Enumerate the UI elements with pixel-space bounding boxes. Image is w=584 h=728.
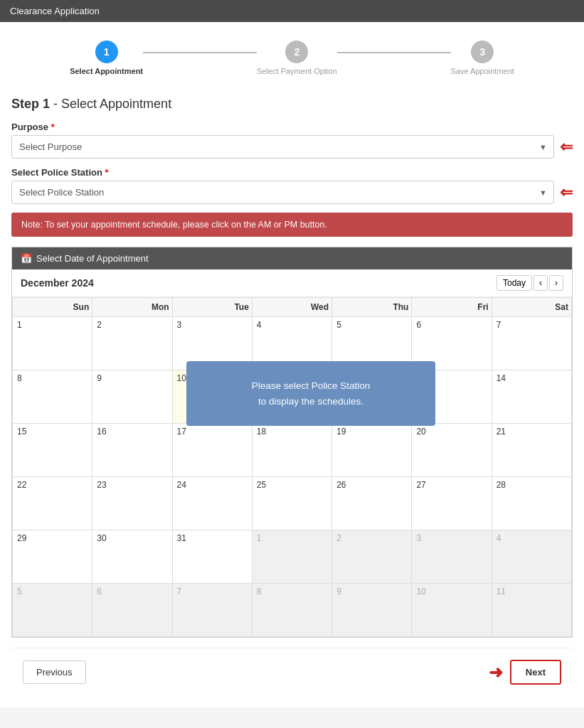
calendar-nav-row: December 2024 Today ‹ › [12, 269, 572, 297]
month-year-title: December 2024 [21, 277, 94, 289]
day-number: 3 [416, 533, 421, 543]
purpose-arrow-icon: ⇐ [560, 138, 573, 156]
day-number: 20 [416, 427, 425, 437]
calendar-cell[interactable]: 11 [492, 584, 571, 637]
bottom-nav: Previous ➜ Next [11, 648, 573, 696]
next-month-button[interactable]: › [549, 275, 563, 291]
day-number: 4 [257, 320, 262, 330]
calendar-cell[interactable]: 2 [332, 530, 412, 584]
day-number: 16 [97, 427, 106, 437]
calendar-cell[interactable]: 22 [13, 477, 92, 530]
calendar-controls: Today ‹ › [497, 275, 563, 291]
day-number: 14 [497, 373, 506, 383]
calendar-cell[interactable]: 19 [332, 424, 412, 477]
day-number: 10 [177, 373, 186, 383]
calendar-week-6: 567891011 [13, 584, 572, 637]
calendar-cell[interactable]: 23 [92, 477, 172, 530]
calendar-cell[interactable]: 7 [172, 584, 252, 637]
calendar-cell[interactable]: 26 [332, 477, 412, 530]
popup-line2: to display the schedules. [201, 394, 421, 410]
police-station-section: Select Police Station * Select Police St… [11, 167, 573, 204]
next-arrow-icon: ➜ [489, 663, 503, 682]
col-tue: Tue [172, 298, 252, 317]
calendar-cell[interactable]: 14 [492, 370, 571, 424]
step-2-circle: 2 [285, 41, 308, 63]
day-number: 30 [97, 533, 106, 543]
purpose-select[interactable]: Select Purpose [11, 135, 554, 159]
police-station-select-wrapper: Select Police Station ▼ ⇐ [11, 181, 573, 204]
calendar-cell[interactable]: 3 [412, 530, 492, 584]
note-text: Note: To set your appointment schedule, … [21, 220, 327, 230]
day-number: 10 [416, 587, 425, 596]
calendar-cell[interactable]: 20 [412, 424, 492, 477]
calendar-days-header: Sun Mon Tue Wed Thu Fri Sat [13, 298, 572, 317]
day-number: 25 [257, 480, 266, 490]
purpose-section: Purpose * Select Purpose ▼ ⇐ [11, 122, 573, 159]
step-2: 2 Select Payment Option [257, 41, 337, 75]
note-box: Note: To set your appointment schedule, … [11, 213, 573, 237]
day-number: 7 [497, 320, 501, 330]
calendar-icon: 📅 [21, 253, 32, 264]
prev-month-button[interactable]: ‹ [533, 275, 548, 291]
day-number: 27 [416, 480, 425, 490]
col-mon: Mon [92, 298, 172, 317]
day-number: 5 [336, 320, 341, 330]
day-number: 4 [497, 533, 501, 543]
calendar-cell[interactable]: 2 [92, 317, 172, 370]
col-sat: Sat [492, 298, 571, 317]
stepper: 1 Select Appointment 2 Select Payment Op… [11, 33, 573, 82]
day-number: 31 [177, 533, 186, 543]
calendar-cell[interactable]: 17 [172, 424, 252, 477]
calendar-section: 📅 Select Date of Appointment December 20… [11, 247, 573, 638]
calendar-cell[interactable]: 18 [252, 424, 331, 477]
day-number: 26 [336, 480, 346, 490]
police-station-select[interactable]: Select Police Station [11, 181, 554, 204]
day-number: 2 [97, 320, 102, 330]
day-number: 29 [17, 533, 26, 543]
calendar-cell[interactable]: 10 [412, 584, 492, 637]
calendar-cell[interactable]: 15 [13, 424, 92, 477]
day-number: 5 [17, 587, 22, 596]
day-number: 17 [177, 427, 186, 437]
calendar-header-title: Select Date of Appointment [36, 253, 149, 264]
calendar-cell[interactable]: 28 [492, 477, 571, 530]
step-1: 1 Select Appointment [70, 41, 143, 75]
calendar-cell[interactable]: 8 [252, 584, 331, 637]
col-wed: Wed [252, 298, 331, 317]
calendar-cell[interactable]: 31 [172, 530, 252, 584]
next-button[interactable]: Next [510, 660, 561, 685]
step-line-1 [143, 52, 257, 53]
today-button[interactable]: Today [497, 275, 532, 291]
calendar-cell[interactable]: 9 [92, 370, 172, 424]
previous-button[interactable]: Previous [23, 660, 86, 684]
calendar-cell[interactable]: 5 [13, 584, 92, 637]
day-number: 23 [97, 480, 106, 490]
calendar-cell[interactable]: 9 [332, 584, 412, 637]
calendar-cell[interactable]: 30 [92, 530, 172, 584]
day-number: 11 [497, 587, 506, 596]
step-3: 3 Save Appointment [451, 41, 514, 75]
calendar-cell[interactable]: 25 [252, 477, 331, 530]
calendar-week-3: 15161718192021 [13, 424, 572, 477]
calendar-cell[interactable]: 24 [172, 477, 252, 530]
calendar-cell[interactable]: 1 [252, 530, 331, 584]
calendar-cell[interactable]: 1 [13, 317, 92, 370]
day-number: 6 [97, 587, 102, 596]
calendar-week-4: 22232425262728 [13, 477, 572, 530]
day-number: 1 [257, 533, 262, 543]
calendar-cell[interactable]: 7 [492, 317, 571, 370]
day-number: 21 [497, 427, 506, 437]
day-number: 19 [336, 427, 346, 437]
calendar-cell[interactable]: 16 [92, 424, 172, 477]
step-3-circle: 3 [471, 41, 494, 63]
calendar-cell[interactable]: 29 [13, 530, 92, 584]
calendar-cell[interactable]: 6 [92, 584, 172, 637]
calendar-cell[interactable]: 4 [492, 530, 571, 584]
day-number: 15 [17, 427, 26, 437]
calendar-cell[interactable]: 27 [412, 477, 492, 530]
calendar-cell[interactable]: 21 [492, 424, 571, 477]
calendar-cell[interactable]: 8 [13, 370, 92, 424]
popup-line1: Please select Police Station [201, 378, 421, 394]
day-number: 8 [257, 587, 262, 596]
day-number: 9 [336, 587, 341, 596]
